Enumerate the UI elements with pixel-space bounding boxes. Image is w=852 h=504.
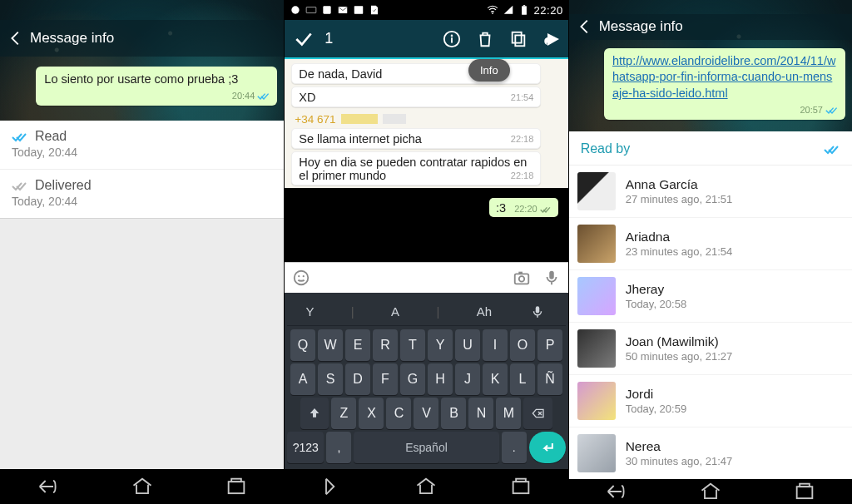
key-h[interactable]: H	[428, 363, 453, 395]
message-bubble-incoming[interactable]: Hoy en dia se pueden contratar rapidos e…	[291, 151, 541, 185]
nav-recent-icon[interactable]	[225, 475, 248, 498]
nav-recent-icon[interactable]	[509, 475, 532, 498]
key-space[interactable]: Español	[354, 432, 498, 463]
key-l[interactable]: L	[510, 363, 535, 395]
message-link[interactable]: http://www.elandroidelibre.com/2014/11/w…	[612, 54, 835, 100]
nav-home-icon[interactable]	[414, 475, 438, 498]
svg-point-30	[295, 271, 309, 285]
read-by-item[interactable]: Joan (Mawilmik)50 minutes ago, 21:27	[569, 322, 852, 374]
key-symbols[interactable]: ?123	[287, 432, 324, 463]
key-ñ[interactable]: Ñ	[537, 363, 562, 395]
delete-icon[interactable]	[475, 29, 495, 49]
svg-rect-51	[797, 487, 813, 498]
key-q[interactable]: Q	[290, 329, 315, 361]
keyboard: Y| A| Ah QWERTYUIOP ASDFGHJKLÑ ZXCVBNM ?…	[285, 293, 567, 469]
svg-rect-35	[518, 272, 523, 274]
read-label: Read	[35, 129, 67, 144]
key-backspace[interactable]	[523, 398, 552, 429]
key-f[interactable]: F	[373, 363, 398, 395]
key-g[interactable]: G	[400, 363, 425, 395]
key-m[interactable]: M	[496, 398, 521, 429]
done-icon[interactable]	[291, 27, 316, 52]
key-w[interactable]: W	[318, 329, 343, 361]
key-n[interactable]: N	[468, 398, 493, 429]
key-z[interactable]: Z	[331, 398, 356, 429]
read-by-item[interactable]: JherayToday, 20:58	[569, 269, 852, 322]
key-r[interactable]: R	[373, 329, 398, 361]
key-shift[interactable]	[300, 398, 329, 429]
key-d[interactable]: D	[345, 363, 370, 395]
key-enter[interactable]	[529, 432, 566, 463]
key-b[interactable]: B	[441, 398, 466, 429]
nav-home-icon[interactable]	[131, 475, 154, 498]
avatar	[577, 277, 616, 315]
nav-home-icon[interactable]	[699, 480, 722, 503]
mic-icon[interactable]	[528, 303, 547, 321]
key-v[interactable]: V	[414, 398, 438, 429]
message-text: Hoy en dia se pueden contratar rapidos e…	[299, 156, 527, 182]
nav-recent-icon[interactable]	[793, 480, 816, 503]
mic-icon[interactable]	[540, 266, 563, 289]
action-bar-title: Message info	[599, 18, 845, 35]
svg-rect-20	[354, 6, 364, 13]
suggestion[interactable]: Ah	[477, 304, 492, 319]
key-e[interactable]: E	[345, 329, 370, 361]
key-c[interactable]: C	[386, 398, 411, 429]
message-input[interactable]	[320, 267, 503, 289]
back-icon[interactable]	[576, 17, 594, 36]
key-x[interactable]: X	[359, 398, 384, 429]
read-by-item[interactable]: JordiToday, 20:59	[569, 374, 852, 427]
key-p[interactable]: P	[537, 329, 562, 361]
suggestion[interactable]: Y	[306, 304, 315, 319]
nav-back-icon[interactable]	[36, 475, 59, 498]
message-text: Lo siento por usarte como prueba ;3	[44, 72, 238, 86]
message-text: De nada, David	[299, 67, 382, 81]
message-time: 22:20	[514, 204, 537, 214]
avatar	[577, 172, 616, 210]
key-period[interactable]: .	[502, 432, 527, 463]
nav-back-icon[interactable]	[604, 480, 627, 503]
svg-rect-33	[514, 274, 528, 284]
info-icon[interactable]	[442, 29, 462, 49]
key-k[interactable]: K	[483, 363, 508, 395]
svg-rect-19	[339, 7, 348, 13]
camera-icon[interactable]	[510, 266, 533, 289]
status-bar: 22:20	[285, 0, 567, 20]
reader-name: Joan (Mawilmik)	[626, 334, 733, 349]
message-bubble-outgoing[interactable]: http://www.elandroidelibre.com/2014/11/w…	[604, 48, 845, 121]
info-tooltip: Info	[468, 59, 510, 82]
forward-icon[interactable]	[542, 29, 562, 49]
svg-point-11	[292, 6, 300, 13]
emoji-icon[interactable]	[290, 266, 313, 289]
read-by-item[interactable]: Anna García27 minutes ago, 21:51	[569, 166, 852, 217]
read-by-item[interactable]: Ariadna23 minutes ago, 21:54	[569, 217, 852, 269]
key-j[interactable]: J	[455, 363, 480, 395]
key-u[interactable]: U	[455, 329, 480, 361]
key-a[interactable]: A	[290, 363, 315, 395]
svg-point-32	[303, 275, 305, 277]
key-o[interactable]: O	[510, 329, 535, 361]
svg-point-31	[298, 275, 300, 277]
screen-message-info-single: 22:24 Message info Lo siento por usarte …	[0, 0, 284, 504]
message-bubble-outgoing[interactable]: :3 22:20	[489, 198, 558, 217]
message-bubble-outgoing[interactable]: Lo siento por usarte como prueba ;3 20:4…	[36, 67, 277, 106]
copy-icon[interactable]	[508, 29, 528, 49]
key-i[interactable]: I	[483, 329, 508, 361]
read-by-item[interactable]: Nerea30 minutes ago, 21:47	[569, 427, 852, 479]
message-time: 21:54	[511, 92, 534, 102]
suggestion[interactable]: A	[391, 304, 399, 319]
battery-icon	[518, 4, 530, 16]
message-time: 20:44	[232, 90, 255, 102]
avatar	[577, 225, 616, 263]
message-bubble-incoming[interactable]: Se llama internet picha 22:18	[291, 128, 541, 149]
key-y[interactable]: Y	[428, 329, 453, 361]
back-icon[interactable]	[7, 29, 25, 47]
key-s[interactable]: S	[318, 363, 343, 395]
reader-name: Nerea	[626, 439, 733, 454]
nav-back-icon[interactable]	[320, 475, 344, 498]
svg-point-26	[450, 34, 453, 37]
key-t[interactable]: T	[400, 329, 425, 361]
key-comma[interactable]: ,	[326, 432, 351, 463]
chat-background[interactable]: :3 22:20	[285, 188, 567, 262]
message-bubble-incoming[interactable]: XD 21:54	[291, 86, 541, 107]
